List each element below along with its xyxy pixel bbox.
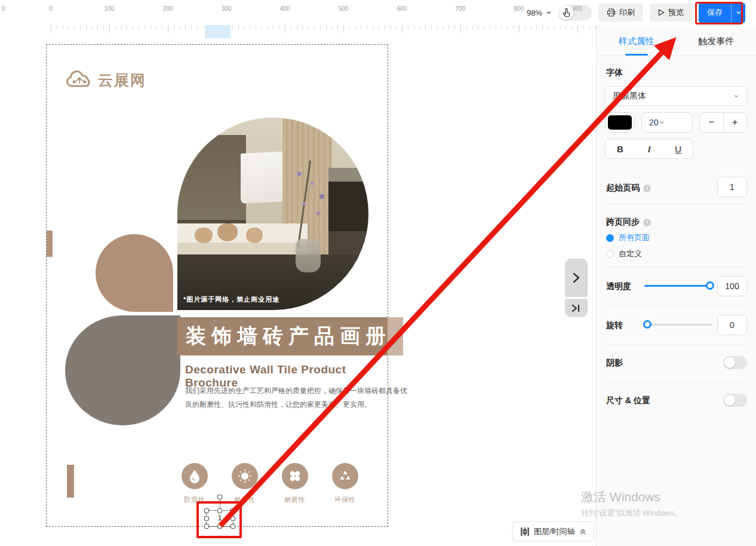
feature-label: 防滑性 — [184, 495, 205, 504]
tab-trigger-events[interactable]: 触发事件 — [677, 36, 756, 56]
sun-icon — [238, 469, 252, 483]
photo-caption: *图片源于网络，禁止商业用途 — [183, 295, 279, 304]
opacity-slider-track — [644, 285, 712, 287]
save-split-button[interactable]: 保存 — [699, 3, 745, 23]
divider — [606, 266, 746, 267]
recycle-icon — [339, 470, 352, 483]
zoom-level-value: 98% — [527, 8, 542, 17]
start-page-label-text: 起始页码 — [606, 183, 640, 192]
brochure-description[interactable]: 我们采用先进的生产工艺和严格的质量把控，确保每一块墙砖都具备优良的耐磨性、抗污性… — [185, 384, 407, 412]
photo-flowers — [292, 168, 328, 222]
rotation-slider[interactable] — [643, 320, 712, 329]
photo-vase — [296, 239, 321, 272]
feature-wear-resistant[interactable]: 耐磨性 — [231, 463, 259, 504]
feature-label: 环保性 — [334, 495, 356, 504]
resize-handle-n[interactable] — [217, 508, 223, 514]
last-page-button[interactable] — [565, 299, 588, 317]
preview-button[interactable]: 预览 — [650, 4, 692, 22]
kitchen-photo[interactable]: *图片源于网络，禁止商业用途 — [177, 118, 368, 310]
radio-custom[interactable]: 自定义 — [606, 249, 642, 259]
chevron-down-icon — [736, 10, 742, 16]
radio-all-pages[interactable]: 所有页面 — [606, 232, 650, 243]
feature-label: 耐磨性 — [284, 495, 306, 504]
font-size-stepper: − + — [699, 112, 747, 133]
size-position-label: 尺寸 & 位置 — [606, 395, 650, 406]
feature-durable[interactable]: 耐磨性 — [281, 463, 309, 504]
zoom-level-dropdown[interactable]: 98% — [527, 8, 552, 17]
chevron-to-end-icon — [571, 304, 581, 312]
cross-page-sync-label: 跨页同步i — [606, 217, 651, 228]
chevron-right-icon — [572, 272, 580, 284]
info-icon[interactable]: i — [643, 185, 651, 192]
gray-blob-shape[interactable] — [65, 315, 180, 425]
chevron-down-icon — [546, 10, 552, 16]
font-color-button[interactable] — [605, 112, 635, 133]
preview-label: 预览 — [668, 7, 684, 18]
feature-list: 防滑性 耐磨性 耐磨性 环保性 — [181, 463, 359, 504]
font-size-value: 20 — [649, 118, 659, 127]
resize-handle-e[interactable] — [231, 516, 236, 522]
rotation-slider-knob[interactable] — [643, 320, 651, 329]
divider — [597, 56, 756, 56]
tab-style-properties[interactable]: 样式属性 — [597, 36, 677, 56]
divider — [606, 345, 746, 345]
page-number-element[interactable]: 1 — [207, 513, 233, 522]
opacity-input[interactable] — [717, 276, 747, 296]
font-family-select[interactable]: 思源黑体 — [605, 86, 747, 106]
cross-page-sync-label-text: 跨页同步 — [606, 217, 640, 226]
panel-tabs: 样式属性 触发事件 — [597, 36, 756, 56]
photo-left-cabinets — [177, 135, 246, 223]
print-button[interactable]: 印刷 — [598, 4, 643, 22]
title-banner-overflow — [388, 317, 403, 355]
vertical-accent-bar — [67, 465, 74, 498]
feature-anti-slip[interactable]: 防滑性 — [181, 463, 208, 504]
rotation-input[interactable] — [717, 315, 747, 335]
opacity-slider[interactable] — [644, 281, 712, 290]
underline-button[interactable]: U — [663, 139, 693, 158]
hand-pointer-icon — [563, 8, 570, 17]
radio-all-pages-label: 所有页面 — [619, 232, 650, 243]
divider — [606, 382, 746, 383]
title-banner[interactable]: 装饰墙砖产品画册 — [177, 317, 388, 355]
resize-handle-ne[interactable] — [231, 508, 236, 514]
italic-button[interactable]: I — [635, 139, 664, 158]
photo-ornament — [246, 228, 263, 243]
font-section-label: 字体 — [606, 68, 623, 78]
layers-icon — [520, 527, 530, 536]
divider — [606, 305, 746, 306]
feature-label: 耐磨性 — [234, 495, 256, 504]
next-page-button[interactable] — [565, 259, 588, 297]
save-dropdown-button[interactable] — [731, 3, 745, 23]
properties-panel: 样式属性 触发事件 字体 思源黑体 20 − + B I U 起始页码i 跨页同… — [596, 25, 756, 546]
rotation-slider-track — [643, 324, 712, 326]
font-size-decrease-button[interactable]: − — [700, 113, 723, 132]
resize-handle-nw[interactable] — [204, 508, 210, 514]
cloud-logo-icon — [66, 70, 93, 90]
font-size-increase-button[interactable]: + — [724, 113, 747, 132]
resize-handle-w[interactable] — [204, 516, 210, 522]
printer-icon — [607, 8, 616, 17]
chevron-down-icon — [733, 93, 739, 99]
tan-blob-shape[interactable] — [96, 234, 173, 312]
save-button[interactable]: 保存 — [699, 3, 731, 23]
layers-timeline-button[interactable]: 图层/时间轴 — [512, 522, 594, 541]
shadow-toggle[interactable] — [723, 356, 747, 369]
opacity-slider-knob[interactable] — [706, 281, 714, 290]
info-icon[interactable]: i — [643, 219, 651, 226]
double-chevron-up-icon — [579, 528, 586, 535]
brochure-page[interactable]: 云展网 *图片源于网络，禁止商业用途 装饰墙砖产品画册 Decorative W… — [47, 45, 388, 526]
design-canvas[interactable]: 云展网 *图片源于网络，禁止商业用途 装饰墙砖产品画册 Decorative W… — [0, 38, 596, 546]
resize-handle-se[interactable] — [231, 524, 236, 529]
font-size-select[interactable]: 20 — [641, 112, 693, 133]
feature-eco[interactable]: 环保性 — [331, 463, 359, 504]
start-page-input[interactable] — [717, 177, 747, 197]
rotation-handle[interactable] — [217, 495, 223, 500]
resize-handle-sw[interactable] — [204, 524, 210, 529]
bandage-icon — [288, 469, 302, 483]
size-position-toggle[interactable] — [723, 394, 747, 407]
left-edge-accent-shape — [47, 231, 53, 257]
play-icon — [658, 9, 665, 16]
droplet-icon — [189, 469, 201, 483]
bold-button[interactable]: B — [606, 139, 635, 158]
resize-handle-s[interactable] — [217, 524, 223, 529]
